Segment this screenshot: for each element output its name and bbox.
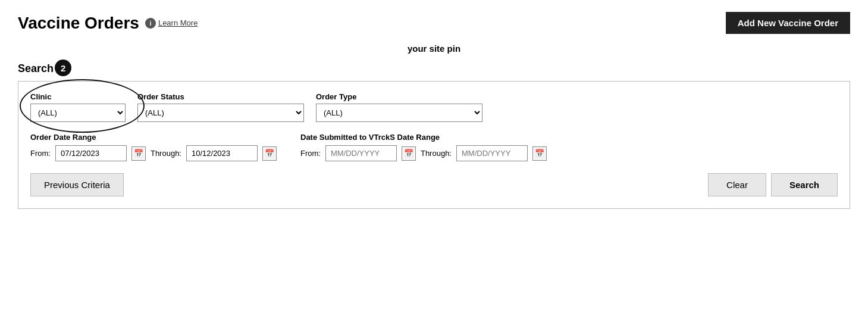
order-through-calendar-icon[interactable]: 📅 — [262, 146, 277, 161]
filter-row: Clinic (ALL) Order Status (ALL) Order Ty… — [30, 92, 838, 122]
vtrck-from-calendar-icon[interactable]: 📅 — [402, 146, 416, 161]
info-section: i Learn More — [145, 18, 198, 29]
search-label-row: Search 2 — [18, 60, 850, 77]
right-buttons: Clear Search — [708, 173, 838, 196]
order-date-group: Order Date Range From: 📅 Through: 📅 — [30, 133, 277, 161]
date-range-row: Order Date Range From: 📅 Through: 📅 Date… — [30, 133, 838, 161]
search-section-label: Search — [18, 62, 54, 75]
order-type-label: Order Type — [316, 92, 482, 101]
add-vaccine-order-button[interactable]: Add New Vaccine Order — [726, 12, 850, 34]
vtrck-through-label: Through: — [421, 149, 452, 158]
site-pin-text: your site pin — [408, 43, 460, 54]
order-from-label: From: — [30, 149, 51, 158]
order-type-select[interactable]: (ALL) — [316, 104, 482, 122]
button-row: Previous Criteria Clear Search — [30, 173, 838, 196]
search-panel: Clinic (ALL) Order Status (ALL) Order Ty… — [18, 81, 850, 209]
vtrck-from-label: From: — [300, 149, 321, 158]
vtrck-through-input[interactable] — [456, 145, 528, 161]
vtrck-date-inputs: From: 📅 Through: 📅 — [300, 145, 547, 161]
clear-button[interactable]: Clear — [708, 173, 766, 196]
order-through-label: Through: — [151, 149, 181, 158]
header-left: Vaccine Orders i Learn More — [18, 14, 198, 33]
clinic-wrapper: Clinic (ALL) — [30, 92, 126, 122]
vtrck-date-group: Date Submitted to VTrckS Date Range From… — [300, 133, 547, 161]
site-pin: your site pin — [18, 43, 850, 54]
order-date-inputs: From: 📅 Through: 📅 — [30, 145, 277, 161]
order-type-filter-group: Order Type (ALL) — [316, 92, 482, 122]
page-title: Vaccine Orders — [18, 14, 139, 33]
previous-criteria-button[interactable]: Previous Criteria — [30, 173, 124, 196]
clinic-filter-group: Clinic (ALL) — [30, 92, 126, 122]
vtrck-from-input[interactable] — [325, 145, 397, 161]
order-date-label: Order Date Range — [30, 133, 277, 142]
order-from-input[interactable] — [55, 145, 127, 161]
search-button[interactable]: Search — [771, 173, 838, 196]
order-status-select[interactable]: (ALL) — [137, 104, 304, 122]
page-header: Vaccine Orders i Learn More Add New Vacc… — [18, 12, 850, 34]
order-status-filter-group: Order Status (ALL) — [137, 92, 304, 122]
order-through-input[interactable] — [186, 145, 258, 161]
vtrck-through-calendar-icon[interactable]: 📅 — [532, 146, 547, 161]
order-from-calendar-icon[interactable]: 📅 — [131, 146, 146, 161]
clinic-select[interactable]: (ALL) — [30, 104, 126, 122]
step-badge: 2 — [55, 60, 71, 76]
vtrck-date-label: Date Submitted to VTrckS Date Range — [300, 133, 547, 142]
info-icon[interactable]: i — [145, 18, 156, 29]
clinic-label: Clinic — [30, 92, 126, 101]
learn-more-link[interactable]: Learn More — [158, 18, 198, 27]
order-status-label: Order Status — [137, 92, 304, 101]
